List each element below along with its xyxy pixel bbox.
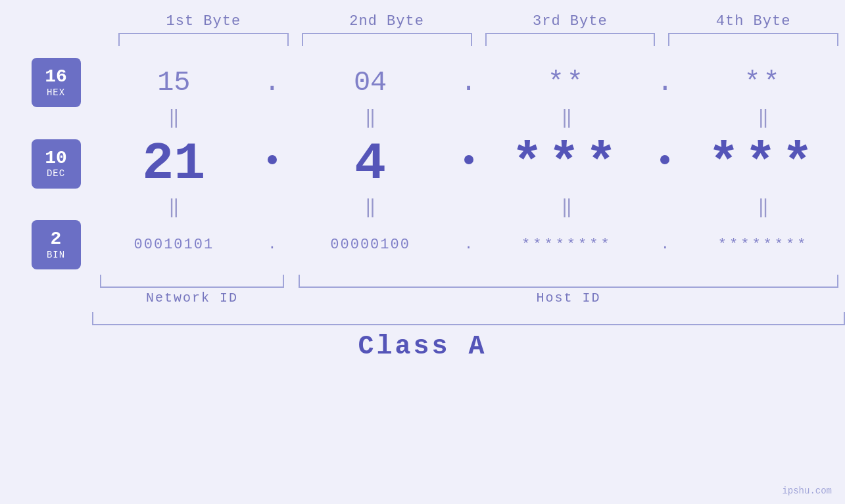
bin-badge-label: BIN: [47, 250, 65, 260]
bin-values: 00010101 . 00000100 . ******** . *******…: [92, 237, 845, 253]
hex-badge: 16 HEX: [32, 58, 81, 107]
dec-dot-circle-2: [464, 155, 473, 164]
main-container: 1st Byte 2nd Byte 3rd Byte 4th Byte 16 H…: [0, 0, 845, 504]
bin-b2: 00000100: [289, 237, 452, 253]
bin-dot3: .: [648, 237, 681, 253]
dec-values: 21 4 *** ***: [92, 134, 845, 194]
dec-dot2: [452, 155, 485, 172]
bin-badge: 2 BIN: [32, 220, 81, 269]
byte4-header: 4th Byte: [662, 13, 845, 30]
dec-b1: 21: [92, 134, 256, 194]
dec-b4: ***: [681, 134, 845, 194]
hex-badge-label: HEX: [47, 87, 65, 98]
bracket-1: [118, 33, 289, 46]
eq2-b3: ‖: [485, 203, 649, 214]
dec-row: 10 DEC 21 4 *** ***: [0, 131, 845, 196]
bin-b1: 00010101: [92, 237, 256, 253]
hex-b2: 04: [289, 67, 452, 99]
dec-badge: 10 DEC: [32, 139, 81, 189]
bin-badge-number: 2: [51, 229, 62, 250]
byte2-header: 2nd Byte: [295, 13, 479, 30]
bottom-bracket-row: [0, 275, 845, 288]
hex-b4: **: [681, 67, 845, 99]
hex-badge-slot: 16 HEX: [0, 58, 92, 107]
watermark: ipshu.com: [782, 486, 832, 496]
eq1-b4: ‖: [681, 114, 845, 125]
hex-row: 16 HEX 15 . 04 . ** . **: [0, 58, 845, 107]
dec-dot-circle-1: [268, 155, 277, 164]
eq2-b4: ‖: [681, 203, 845, 214]
bracket-4: [668, 33, 838, 46]
equals-row-1: ‖ ‖ ‖ ‖: [0, 107, 845, 131]
full-bracket: [92, 312, 845, 325]
dec-b3: ***: [485, 134, 649, 194]
hex-badge-number: 16: [45, 67, 67, 87]
bin-dot1: .: [256, 237, 289, 253]
eq-badge-slot-2: [0, 196, 92, 220]
network-id-label: Network ID: [100, 290, 284, 306]
dec-b2: 4: [289, 134, 452, 194]
eq1-b1: ‖: [92, 114, 256, 125]
bin-row: 2 BIN 00010101 . 00000100 . ******** .: [0, 220, 845, 269]
bracket-3: [485, 33, 656, 46]
eq-values-2: ‖ ‖ ‖ ‖: [92, 196, 845, 220]
bin-b4: ********: [681, 237, 845, 253]
hex-b1: 15: [92, 67, 256, 99]
eq1-b3: ‖: [485, 114, 649, 125]
top-bracket-row: [0, 33, 845, 46]
byte1-header: 1st Byte: [112, 13, 295, 30]
hex-values: 15 . 04 . ** . **: [92, 67, 845, 99]
hex-dot2: .: [452, 67, 485, 99]
eq1-b2: ‖: [289, 114, 452, 125]
bin-badge-slot: 2 BIN: [0, 220, 92, 269]
bin-b3: ********: [485, 237, 649, 253]
eq-values-1: ‖ ‖ ‖ ‖: [92, 107, 845, 131]
byte-headers: 1st Byte 2nd Byte 3rd Byte 4th Byte: [0, 13, 845, 30]
bin-dot2: .: [452, 237, 485, 253]
id-labels: Network ID Host ID: [0, 290, 845, 306]
hex-dot3: .: [648, 67, 681, 99]
eq2-b2: ‖: [289, 203, 452, 214]
hex-dot1: .: [256, 67, 289, 99]
host-bracket: [299, 275, 838, 288]
bracket-2: [302, 33, 472, 46]
class-label: Class A: [0, 332, 845, 361]
eq2-b1: ‖: [92, 203, 256, 214]
dec-badge-number: 10: [45, 149, 67, 169]
dec-badge-label: DEC: [47, 168, 65, 179]
equals-row-2: ‖ ‖ ‖ ‖: [0, 196, 845, 220]
dec-dot3: [648, 155, 681, 172]
host-id-label: Host ID: [299, 290, 838, 306]
eq-badge-slot-1: [0, 107, 92, 131]
dec-badge-slot: 10 DEC: [0, 139, 92, 189]
dec-dot1: [256, 155, 289, 172]
network-bracket: [100, 275, 284, 288]
hex-b3: **: [485, 67, 649, 99]
byte3-header: 3rd Byte: [479, 13, 662, 30]
dec-dot-circle-3: [660, 155, 669, 164]
